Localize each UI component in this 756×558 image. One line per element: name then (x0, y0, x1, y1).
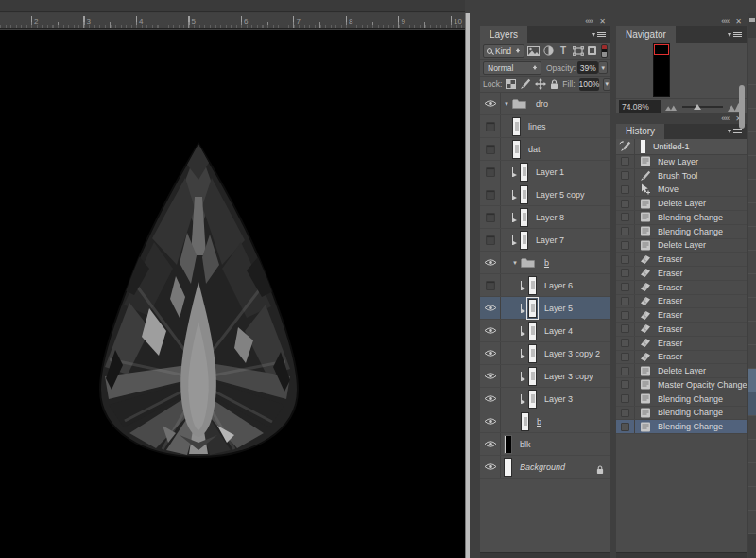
history-source-checkbox[interactable] (616, 364, 635, 377)
layer-row[interactable]: Layer 1 (480, 161, 610, 183)
history-step[interactable]: Eraser (616, 351, 747, 365)
history-brush-source-icon[interactable] (616, 139, 635, 154)
history-source-checkbox[interactable] (616, 337, 635, 350)
layer-thumbnail[interactable] (528, 322, 537, 340)
history-step[interactable]: Blending Change (616, 211, 747, 225)
history-source-checkbox[interactable] (616, 197, 635, 210)
history-step[interactable]: Blending Change (616, 420, 747, 434)
visibility-toggle-empty[interactable] (480, 229, 501, 251)
expand-triangle-icon[interactable]: ▼ (504, 101, 509, 107)
history-step[interactable]: New Layer (616, 155, 747, 169)
layer-thumbnail[interactable] (521, 412, 529, 431)
visibility-eye-icon[interactable] (480, 388, 501, 410)
history-step[interactable]: Blending Change (616, 407, 747, 421)
history-step[interactable]: Delete Layer (616, 364, 747, 378)
zoom-out-icon[interactable] (665, 103, 678, 111)
adjustment-layer-filter-icon[interactable] (542, 44, 554, 58)
history-source-checkbox[interactable] (616, 392, 635, 406)
layer-thumbnail[interactable] (512, 117, 521, 136)
history-source-checkbox[interactable] (616, 323, 635, 336)
tab-layers[interactable]: Layers (480, 26, 527, 43)
history-step[interactable]: Delete Layer (616, 239, 747, 253)
layer-row[interactable]: blk (480, 433, 610, 456)
tab-history[interactable]: History (616, 124, 664, 139)
layer-name[interactable]: b (537, 417, 541, 427)
visibility-toggle-empty[interactable] (480, 274, 501, 296)
layer-name[interactable]: b (544, 258, 549, 268)
visibility-eye-icon[interactable] (480, 433, 501, 455)
layer-name[interactable]: blk (520, 440, 531, 449)
layer-row[interactable]: Layer 3 copy (480, 365, 610, 388)
layer-name[interactable]: Background (520, 462, 565, 472)
lock-all-icon[interactable] (550, 78, 558, 91)
layer-row[interactable]: dat (480, 138, 610, 161)
layer-name[interactable]: Layer 3 (544, 394, 573, 404)
canvas-vertical-scrollbar[interactable] (465, 13, 470, 558)
visibility-toggle-empty[interactable] (480, 138, 501, 160)
visibility-eye-icon[interactable] (480, 297, 501, 319)
zoom-slider-thumb[interactable] (694, 100, 701, 110)
history-source-checkbox[interactable] (616, 155, 635, 168)
history-source-checkbox[interactable] (616, 281, 635, 294)
visibility-toggle-empty[interactable] (480, 206, 501, 228)
collapse-panels-icon[interactable]: «« (721, 17, 729, 26)
history-step[interactable]: Eraser (616, 323, 747, 337)
history-source-checkbox[interactable] (616, 420, 635, 433)
layer-row[interactable]: Layer 6 (480, 274, 610, 297)
navigator-zoom-value[interactable]: 74.08% (619, 100, 661, 113)
layer-group-row[interactable]: ▼dro (480, 93, 610, 115)
layer-group-row[interactable]: ▼b (480, 252, 610, 274)
navigator-zoom-slider[interactable] (682, 106, 723, 108)
panel-scrollbar-thumb[interactable] (739, 85, 745, 129)
history-step[interactable]: Eraser (616, 308, 747, 323)
layer-thumbnail[interactable] (504, 458, 512, 477)
fill-value-field[interactable]: 100% (579, 78, 600, 91)
tab-navigator[interactable]: Navigator (616, 26, 676, 43)
history-source-checkbox[interactable] (616, 239, 635, 253)
history-step[interactable]: Blending Change (616, 225, 747, 239)
visibility-eye-icon[interactable] (480, 93, 501, 114)
layer-name[interactable]: lines (528, 122, 546, 131)
history-source-checkbox[interactable] (616, 267, 635, 280)
pixel-layer-filter-icon[interactable] (527, 44, 540, 58)
history-step[interactable]: Eraser (616, 295, 747, 309)
layer-thumbnail[interactable] (512, 140, 521, 159)
layer-thumbnail[interactable] (528, 299, 537, 318)
layer-row[interactable]: lines (480, 115, 610, 138)
history-step[interactable]: Brush Tool (616, 169, 747, 183)
layer-thumbnail[interactable] (504, 435, 512, 454)
layer-name[interactable]: Layer 5 copy (536, 190, 585, 200)
history-snapshot-row[interactable]: Untitled-1 (616, 139, 747, 155)
layer-thumbnail[interactable] (528, 367, 537, 386)
visibility-toggle-empty[interactable] (480, 161, 501, 183)
document-canvas[interactable] (0, 30, 465, 558)
layer-name[interactable]: Layer 5 (544, 304, 573, 313)
visibility-eye-icon[interactable] (480, 410, 501, 432)
fill-dropdown-arrow[interactable]: ▼ (603, 78, 610, 91)
layer-row[interactable]: Layer 4 (480, 320, 610, 342)
visibility-eye-icon[interactable] (480, 365, 501, 387)
close-panel-icon[interactable]: ✕ (599, 18, 606, 26)
layer-row[interactable]: Layer 5 copy (480, 183, 610, 206)
history-source-checkbox[interactable] (616, 183, 635, 197)
history-step[interactable]: Delete Layer (616, 197, 747, 211)
visibility-toggle-empty[interactable] (480, 115, 501, 137)
close-panel-icon[interactable]: ✕ (735, 18, 742, 26)
layer-row[interactable]: Layer 3 (480, 388, 610, 410)
visibility-eye-icon[interactable] (480, 456, 501, 478)
opacity-dropdown-arrow[interactable]: ▼ (598, 61, 608, 74)
history-step[interactable]: Eraser (616, 253, 747, 267)
history-source-checkbox[interactable] (616, 211, 635, 224)
expand-triangle-icon[interactable]: ▼ (512, 260, 518, 266)
layer-row[interactable]: Layer 5 (480, 297, 610, 320)
history-step[interactable]: Master Opacity Change (616, 378, 747, 392)
layer-name[interactable]: Layer 3 copy (544, 372, 593, 381)
navigator-proxy-view-box[interactable] (654, 44, 669, 55)
history-source-checkbox[interactable] (616, 378, 635, 392)
layer-name[interactable]: Layer 7 (536, 235, 564, 245)
history-source-checkbox[interactable] (616, 169, 635, 183)
layer-row[interactable]: Background (480, 456, 610, 479)
shape-layer-filter-icon[interactable] (572, 44, 583, 58)
layer-name[interactable]: Layer 1 (536, 167, 564, 177)
visibility-toggle-empty[interactable] (480, 183, 501, 205)
